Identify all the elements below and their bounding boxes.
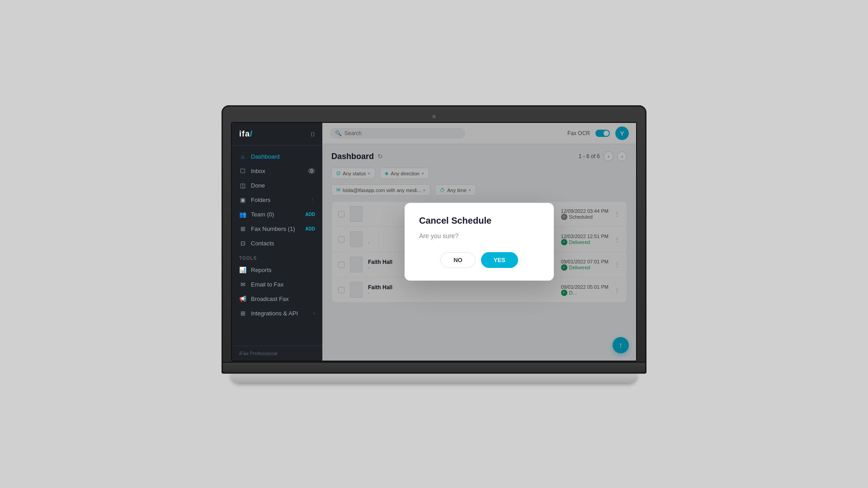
sidebar-item-reports-label: Reports [251, 267, 272, 273]
sidebar-item-done-label: Done [251, 182, 265, 189]
sidebar-item-reports[interactable]: 📊 Reports [232, 263, 322, 277]
fax-numbers-icon: ⊞ [239, 225, 246, 232]
broadcast-icon: 📢 [239, 295, 246, 302]
contacts-icon: ⊡ [239, 239, 246, 247]
email-icon: ✉ [239, 281, 246, 288]
sidebar-item-inbox-label: Inbox [251, 168, 265, 174]
sidebar: ifa/ ⟨⟩ ⌂ Dashboard ☐ Inbox 0 [232, 123, 322, 361]
sidebar-item-dashboard[interactable]: ⌂ Dashboard [232, 149, 322, 164]
fax-numbers-add-button[interactable]: ADD [305, 226, 315, 231]
team-icon: 👥 [239, 211, 246, 218]
sidebar-item-contacts[interactable]: ⊡ Contacts [232, 236, 322, 250]
folders-icon: ▣ [239, 196, 246, 203]
cancel-schedule-no-button[interactable]: NO [440, 252, 476, 268]
modal-overlay: Cancel Schedule Are you sure? NO YES [322, 123, 636, 361]
sidebar-item-folders-label: Folders [251, 197, 270, 203]
inbox-icon: ☐ [239, 167, 246, 174]
sidebar-item-fax-numbers[interactable]: ⊞ Fax Numbers (1) ADD [232, 221, 322, 236]
sidebar-item-team-label: Team (0) [251, 211, 274, 218]
done-icon: ◫ [239, 182, 246, 189]
sidebar-item-email-to-fax[interactable]: ✉ Email to Fax [232, 277, 322, 291]
modal-buttons: NO YES [419, 252, 539, 268]
sidebar-item-dashboard-label: Dashboard [251, 153, 280, 160]
sidebar-item-team[interactable]: 👥 Team (0) ADD [232, 207, 322, 221]
integrations-icon: ⊞ [239, 310, 246, 317]
sidebar-collapse-icon[interactable]: ⟨⟩ [311, 131, 315, 137]
laptop-camera [432, 115, 436, 118]
laptop-shell: ifa/ ⟨⟩ ⌂ Dashboard ☐ Inbox 0 [222, 105, 646, 383]
sidebar-bottom: iFax Professional [232, 346, 322, 361]
modal-question: Are you sure? [419, 232, 539, 239]
sidebar-item-fax-numbers-label: Fax Numbers (1) [251, 225, 295, 232]
modal-box: Cancel Schedule Are you sure? NO YES [405, 203, 554, 281]
sidebar-item-integrations[interactable]: ⊞ Integrations & API › [232, 306, 322, 320]
modal-title: Cancel Schedule [419, 216, 539, 226]
sidebar-item-broadcast-fax-label: Broadcast Fax [251, 296, 289, 302]
sidebar-item-contacts-label: Contacts [251, 240, 274, 247]
cancel-schedule-yes-button[interactable]: YES [481, 252, 518, 268]
app-container: ifa/ ⟨⟩ ⌂ Dashboard ☐ Inbox 0 [232, 123, 636, 361]
sidebar-item-folders[interactable]: ▣ Folders ⋮ [232, 192, 322, 207]
integrations-arrow-icon: › [313, 310, 315, 316]
laptop-base [231, 374, 637, 383]
sidebar-item-email-to-fax-label: Email to Fax [251, 281, 283, 288]
screen: ifa/ ⟨⟩ ⌂ Dashboard ☐ Inbox 0 [231, 122, 637, 361]
sidebar-bottom-label: iFax Professional [239, 351, 277, 356]
main-content: 🔍 Fax OCR Y Dashboard ↻ 1 - [322, 123, 636, 361]
sidebar-nav: ⌂ Dashboard ☐ Inbox 0 ◫ Done [232, 145, 322, 346]
home-icon: ⌂ [239, 153, 246, 160]
reports-icon: 📊 [239, 266, 246, 273]
tools-section-label: TOOLS [232, 250, 322, 263]
team-add-button[interactable]: ADD [305, 212, 315, 217]
sidebar-item-done[interactable]: ◫ Done [232, 178, 322, 192]
sidebar-logo-area: ifa/ ⟨⟩ [232, 123, 322, 145]
inbox-badge: 0 [308, 168, 315, 174]
sidebar-item-broadcast-fax[interactable]: 📢 Broadcast Fax [232, 291, 322, 306]
sidebar-item-inbox[interactable]: ☐ Inbox 0 [232, 164, 322, 178]
laptop-bottom [222, 363, 646, 374]
sidebar-item-integrations-label: Integrations & API [251, 310, 298, 317]
laptop-top: ifa/ ⟨⟩ ⌂ Dashboard ☐ Inbox 0 [222, 105, 646, 363]
logo-text: ifa/ [239, 129, 253, 139]
folders-more-icon: ⋮ [310, 197, 315, 203]
